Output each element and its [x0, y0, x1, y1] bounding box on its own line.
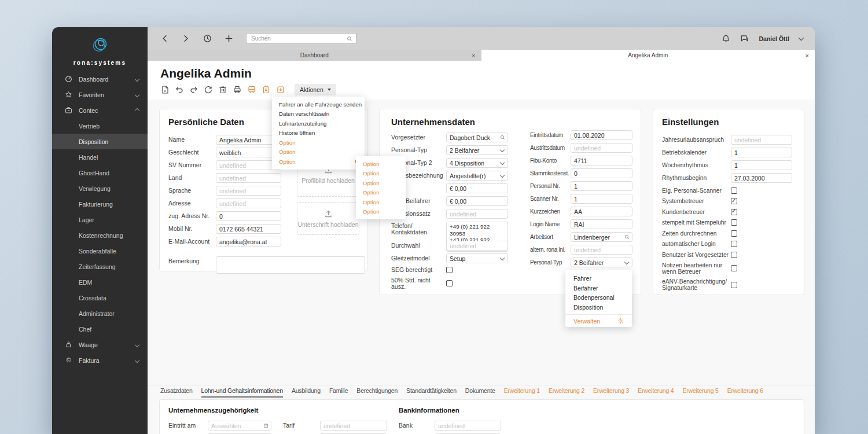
vehicle-icon[interactable] — [247, 85, 256, 94]
tab-angelika-admin[interactable]: Angelika Admin × — [481, 50, 815, 61]
sidebar-item-verwiegung[interactable]: Verwiegung — [52, 181, 148, 196]
sidebar-item-crossdata[interactable]: Crossdata — [52, 290, 148, 306]
menu-item-daten-verschluesseln[interactable]: Daten verschlüsseln — [272, 109, 365, 119]
user-menu-chevron-icon[interactable] — [799, 35, 804, 41]
tab-ausbildung[interactable]: Ausbildung — [292, 387, 321, 398]
login-name-field[interactable] — [571, 219, 632, 229]
close-tab-icon[interactable]: × — [472, 53, 475, 58]
save-document-icon[interactable] — [160, 85, 170, 94]
arbeitsort-field[interactable] — [571, 232, 632, 242]
tab-erweiterung-3[interactable]: Erweiterung 3 — [593, 387, 629, 398]
stempeluhr-checkbox[interactable] — [731, 219, 737, 226]
menu-item-option-3[interactable]: Option — [272, 157, 365, 167]
submenu-item-option-1[interactable]: Option — [356, 159, 406, 169]
sprache-field[interactable] — [216, 186, 281, 196]
import-box-icon[interactable] — [276, 85, 285, 94]
notizen-bearbeiten-checkbox[interactable] — [731, 265, 737, 271]
option-fahrer[interactable]: Fahrer — [565, 274, 632, 284]
betriebskalender-field[interactable] — [731, 148, 792, 157]
sidebar-item-disposition[interactable]: Disposition — [52, 134, 148, 149]
tab-erweiterung-6[interactable]: Erweiterung 6 — [727, 387, 763, 398]
eintrittsdatum-field[interactable] — [571, 130, 632, 140]
automatischer-login-checkbox[interactable] — [731, 241, 737, 247]
benutzer-vorgesetzter-checkbox[interactable] — [731, 252, 737, 258]
option-verwalten[interactable]: Verwalten — [565, 314, 632, 327]
land-field[interactable] — [216, 173, 281, 183]
global-search[interactable] — [246, 33, 356, 44]
submenu-item-option-5[interactable]: Option — [356, 197, 406, 207]
tab-berechtigungen[interactable]: Berechtigungen — [356, 387, 398, 398]
gleitzeitmodel-select[interactable]: Setup — [446, 253, 508, 263]
tarif-field[interactable] — [320, 421, 387, 431]
sidebar-item-fakturierung[interactable]: Fakturierung — [52, 196, 148, 212]
tab-familie[interactable]: Familie — [329, 387, 348, 398]
stammkostenst-field[interactable] — [571, 168, 632, 178]
refresh-icon[interactable] — [204, 85, 213, 94]
tab-lohn-gehaltsinformationen[interactable]: Lohn-und Gehaltsinformationen — [201, 387, 283, 398]
provisionssatz-field[interactable] — [446, 209, 508, 219]
kundenbetreuer-checkbox[interactable] — [731, 209, 737, 215]
history-clock-icon[interactable] — [203, 34, 212, 43]
sidebar-item-favoriten[interactable]: Favoriten — [52, 87, 148, 102]
sidebar-item-faktura[interactable]: © Faktura — [52, 352, 148, 368]
redo-icon[interactable] — [189, 85, 198, 94]
tab-standardtaetigkeiten[interactable]: Standardtätigkeiten — [406, 387, 457, 398]
close-tab-icon[interactable]: × — [806, 53, 809, 58]
back-icon[interactable] — [160, 34, 169, 43]
stundensatz-field[interactable] — [446, 183, 508, 193]
search-input[interactable] — [250, 35, 344, 42]
personal-nr-field[interactable] — [571, 181, 632, 191]
vorgesetzter-field[interactable] — [446, 133, 508, 142]
wochenrhythmus-field[interactable] — [731, 160, 792, 170]
tab-zusatzdaten[interactable]: Zusatzdaten — [160, 387, 193, 398]
personal-typ-select-open[interactable]: 2 Beifahrer — [571, 258, 632, 267]
forward-icon[interactable] — [182, 34, 190, 43]
adress-nr-field[interactable] — [216, 211, 281, 221]
menu-item-historie-oeffnen[interactable]: Historie öffnen — [272, 128, 365, 138]
submenu-item-option-3[interactable]: Option — [356, 178, 406, 188]
sidebar-item-vertrieb[interactable]: Vertrieb — [52, 118, 148, 134]
option-beifahrer[interactable]: Beifahrer — [565, 284, 632, 293]
delete-trash-icon[interactable] — [218, 85, 227, 94]
option-bodenpersonal[interactable]: Bodenpersonal — [565, 293, 632, 303]
sidebar-item-zeiterfassung[interactable]: Zeiterfassung — [52, 259, 148, 274]
submenu-item-option-4[interactable]: Option — [356, 188, 406, 198]
email-field[interactable] — [216, 237, 281, 247]
fibu-konto-field[interactable] — [571, 156, 632, 165]
personal-typ-select[interactable]: 2 Beifahrer — [446, 145, 508, 155]
sidebar-item-edm[interactable]: EDM — [52, 274, 148, 290]
mobil-nr-field[interactable] — [216, 224, 281, 234]
option-disposition[interactable]: Disposition — [565, 303, 632, 312]
bemerkung-textarea[interactable] — [216, 256, 365, 274]
zeiten-durchrechnen-checkbox[interactable] — [731, 230, 737, 237]
durchwahl-field[interactable] — [446, 241, 508, 251]
bell-icon[interactable] — [722, 34, 730, 43]
sidebar-item-dashboard[interactable]: Dashboard — [52, 71, 148, 87]
tab-erweiterung-5[interactable]: Erweiterung 5 — [682, 387, 718, 398]
submenu-item-option-6[interactable]: Option — [356, 207, 406, 217]
tab-erweiterung-4[interactable]: Erweiterung 4 — [638, 387, 674, 398]
altern-rona-ini-field[interactable] — [571, 245, 632, 255]
clipboard-icon[interactable] — [262, 85, 271, 94]
tab-erweiterung-2[interactable]: Erweiterung 2 — [549, 387, 584, 398]
seg-berechtigt-checkbox[interactable] — [446, 267, 453, 273]
sidebar-item-sonderabfaelle[interactable]: Sonderabfälle — [52, 243, 148, 259]
print-icon[interactable] — [233, 85, 242, 94]
chat-icon[interactable] — [740, 34, 749, 43]
bank-field[interactable] — [435, 421, 501, 431]
tab-erweiterung-1[interactable]: Erweiterung 1 — [504, 387, 540, 398]
sidebar-item-ghosthand[interactable]: GhostHand — [52, 165, 148, 181]
adresse-field[interactable] — [216, 198, 281, 208]
tab-dokumente[interactable]: Dokumente — [465, 387, 495, 398]
sidebar-item-chef[interactable]: Chef — [52, 321, 148, 337]
tab-dashboard[interactable]: Dashboard × — [148, 50, 481, 61]
undo-icon[interactable] — [175, 85, 184, 94]
kurzzeichen-field[interactable] — [571, 207, 632, 216]
signature-upload-dropzone[interactable]: Unterschrift hochladen — [297, 202, 359, 235]
new-tab-plus-icon[interactable] — [225, 34, 233, 43]
sidebar-item-lager[interactable]: Lager — [52, 212, 148, 227]
berufsbezeichnung-select[interactable]: Angestellte(r) — [446, 171, 508, 181]
submenu-item-option-2[interactable]: Option — [356, 169, 406, 179]
scanner-nr-field[interactable] — [571, 194, 632, 204]
user-name[interactable]: Daniel Öttl — [759, 35, 789, 42]
